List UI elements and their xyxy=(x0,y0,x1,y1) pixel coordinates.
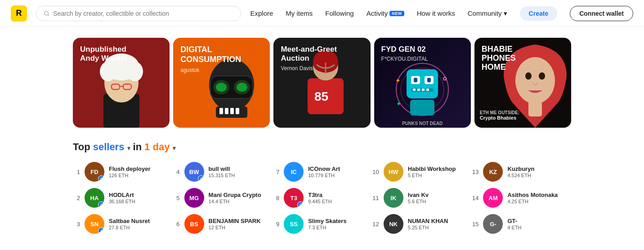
seller-rank: 14 xyxy=(471,195,479,201)
seller-item[interactable]: 1FDFlush deployer126 ETH xyxy=(73,162,173,182)
avatar-initials: IC xyxy=(291,169,297,175)
activity-new-badge: NEW xyxy=(389,11,404,16)
svg-point-0 xyxy=(45,11,49,15)
card-4-image: ✦ ✿ ★ xyxy=(393,60,452,119)
card-4-title: FYD GEN 02 xyxy=(381,45,428,54)
seller-rank: 10 xyxy=(372,169,379,175)
avatar: BS xyxy=(184,214,204,234)
seller-eth: 5.25 ETH xyxy=(408,225,472,230)
seller-item[interactable]: 6BSBENJAMIN SPARK12 ETH xyxy=(173,214,273,234)
svg-text:85: 85 xyxy=(314,89,328,103)
sellers-dropdown-arrow[interactable]: ▾ xyxy=(127,145,130,152)
nav-community[interactable]: Community ▾ xyxy=(468,9,507,18)
avatar-initials: T3 xyxy=(291,195,297,201)
seller-item[interactable]: 10HWHabibi Workshop5 ETH xyxy=(372,162,472,182)
seller-eth: 12 ETH xyxy=(209,225,273,230)
nav-following[interactable]: Following xyxy=(325,9,353,17)
seller-item[interactable]: 11IKIvan Kv5.6 ETH xyxy=(372,188,472,208)
seller-eth: 5 ETH xyxy=(408,173,472,178)
carousel-item-1[interactable]: UnpublishedAndy Warhol xyxy=(73,38,170,128)
seller-item[interactable]: 5MGMani Grupa Crypto14.4 ETH xyxy=(173,188,273,208)
seller-rank: 11 xyxy=(372,195,379,201)
svg-text:✦: ✦ xyxy=(395,77,401,84)
seller-item[interactable]: 12NKNUMAN KHAN5.25 ETH xyxy=(372,214,472,234)
create-button[interactable]: Create xyxy=(520,6,558,21)
seller-rank: 12 xyxy=(372,221,379,228)
avatar: KZ xyxy=(483,162,503,182)
connect-wallet-button[interactable]: Connect wallet xyxy=(570,6,633,21)
nav-explore[interactable]: Explore xyxy=(250,9,273,17)
seller-name: bull will xyxy=(209,165,273,172)
avatar-initials: KZ xyxy=(489,169,497,175)
card-3-subtitle: Vernon Davis xyxy=(281,65,337,71)
sellers-grid: 1FDFlush deployer126 ETH2HAHODLArt36.168… xyxy=(73,162,571,234)
seller-info: Ivan Kv5.6 ETH xyxy=(408,192,472,204)
verified-badge xyxy=(98,201,104,208)
carousel-item-3[interactable]: Meet-and-GreetAuction Vernon Davis 85 xyxy=(273,38,370,128)
seller-eth: 5.6 ETH xyxy=(408,199,472,204)
nav-community-label: Community xyxy=(468,9,502,17)
seller-item[interactable]: 2HAHODLArt36.168 ETH xyxy=(73,188,173,208)
seller-rank: 15 xyxy=(471,221,479,228)
nav-activity-label: Activity xyxy=(367,9,388,17)
logo[interactable]: R xyxy=(11,5,27,22)
seller-name: GT- xyxy=(507,218,571,224)
carousel-item-2[interactable]: DIGITALCONSUMPTION agustok xyxy=(173,38,270,128)
card-1-title: UnpublishedAndy Warhol xyxy=(80,45,127,63)
chevron-down-icon: ▾ xyxy=(504,9,507,18)
avatar-initials: NK xyxy=(389,221,398,228)
seller-info: Kuzburyn4.524 ETH xyxy=(507,165,571,178)
seller-name: HODLArt xyxy=(109,192,173,198)
avatar-initials: BS xyxy=(190,221,198,228)
verified-badge xyxy=(198,175,204,182)
seller-eth: 126 ETH xyxy=(109,173,173,178)
seller-item[interactable]: 3SNSaltbae Nusret27.8 ETH xyxy=(73,214,173,234)
seller-item[interactable]: 4BWbull will15.315 ETH xyxy=(173,162,273,182)
search-icon xyxy=(44,10,49,17)
sellers-col-3: 7ICICOnow Art10.779 ETH8T3T3tra9.445 ETH… xyxy=(272,162,372,234)
sellers-col-4: 10HWHabibi Workshop5 ETH11IKIvan Kv5.6 E… xyxy=(372,162,472,234)
nav-my-items[interactable]: My items xyxy=(286,9,313,17)
svg-point-5 xyxy=(100,62,116,81)
sellers-col-5: 13KZKuzburyn4.524 ETH14AMAsithos Motonak… xyxy=(471,162,571,234)
seller-info: Flush deployer126 ETH xyxy=(109,165,173,178)
avatar-initials: SN xyxy=(90,221,98,228)
card-4-footer: PUNKS NOT DEAD xyxy=(374,119,471,128)
svg-rect-32 xyxy=(427,78,431,82)
seller-info: Asithos Motonaka4.25 ETH xyxy=(507,192,571,204)
seller-name: Saltbae Nusret xyxy=(109,218,173,224)
seller-eth: 4.524 ETH xyxy=(507,173,571,178)
avatar: FD xyxy=(85,162,104,182)
avatar-initials: BW xyxy=(189,169,199,175)
svg-rect-20 xyxy=(230,108,234,114)
seller-item[interactable]: 15G-GT-4 ETH xyxy=(471,214,571,234)
seller-item[interactable]: 7ICICOnow Art10.779 ETH xyxy=(272,162,372,182)
seller-name: Flush deployer xyxy=(109,165,173,172)
seller-rank: 9 xyxy=(272,221,279,228)
svg-text:✿: ✿ xyxy=(443,76,447,82)
svg-point-16 xyxy=(237,83,247,92)
seller-item[interactable]: 14AMAsithos Motonaka4.25 ETH xyxy=(471,188,571,208)
carousel-item-4[interactable]: FYD GEN 02 F*CKYOU.DIGITAL ✦ xyxy=(374,38,471,128)
seller-info: bull will15.315 ETH xyxy=(209,165,273,178)
seller-name: Asithos Motonaka xyxy=(507,192,571,198)
seller-rank: 5 xyxy=(173,195,180,201)
seller-rank: 7 xyxy=(272,169,279,175)
seller-eth: 15.315 ETH xyxy=(209,173,273,178)
carousel-item-5[interactable]: BHABIEPHONESHOME ETH ME OUTSIDE: Crypto … xyxy=(474,38,571,128)
seller-item[interactable]: 8T3T3tra9.445 ETH xyxy=(272,188,372,208)
section-title: Top sellers ▾ in 1 day ▾ xyxy=(73,141,571,153)
avatar-initials: HW xyxy=(389,169,398,175)
section-title-main[interactable]: sellers ▾ xyxy=(93,141,130,153)
svg-rect-18 xyxy=(219,108,223,114)
avatar-initials: SS xyxy=(290,221,298,228)
time-dropdown-arrow[interactable]: ▾ xyxy=(173,145,176,152)
section-title-time[interactable]: 1 day ▾ xyxy=(144,141,175,153)
avatar: NK xyxy=(384,214,403,234)
nav-how-it-works[interactable]: How it works xyxy=(417,9,455,17)
seller-item[interactable]: 9SSSlimy Skaters7.3 ETH xyxy=(272,214,372,234)
nav-activity[interactable]: Activity NEW xyxy=(367,9,404,17)
svg-rect-45 xyxy=(528,101,542,116)
seller-item[interactable]: 13KZKuzburyn4.524 ETH xyxy=(471,162,571,182)
search-input[interactable] xyxy=(53,10,233,17)
